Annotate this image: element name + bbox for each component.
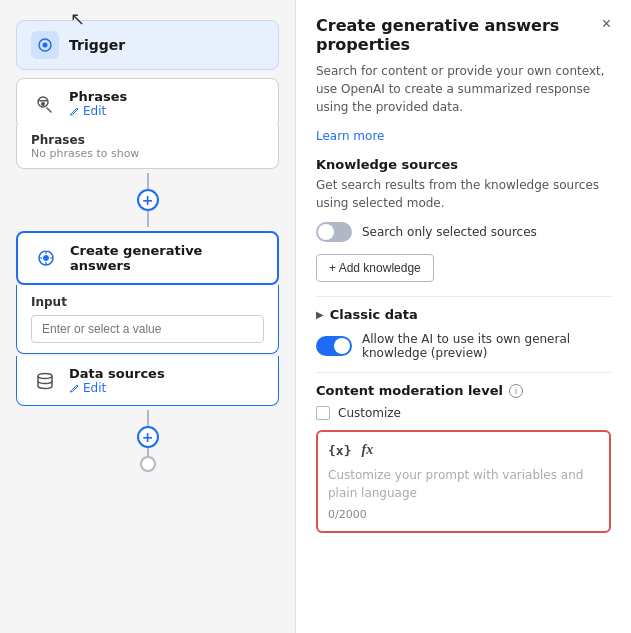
data-sources-edit-icon (69, 383, 80, 394)
prompt-placeholder-text: Customize your prompt with variables and… (328, 466, 599, 502)
left-panel: ↖ Trigger Phrases Edit (0, 0, 295, 633)
close-button[interactable]: × (602, 16, 611, 32)
data-sources-title: Data sources (69, 366, 165, 381)
trigger-node: Trigger (16, 20, 279, 70)
search-toggle-row: Search only selected sources (316, 222, 611, 242)
add-node-button-top[interactable]: + (137, 189, 159, 211)
phrases-info-title: Phrases (31, 133, 264, 147)
bottom-connector: + (16, 406, 279, 476)
divider-2 (316, 372, 611, 373)
data-sources-icon (31, 367, 59, 395)
variable-insert-button[interactable]: {x} (328, 443, 351, 458)
input-section: Input (16, 285, 279, 354)
phrases-node-title: Phrases (69, 89, 127, 104)
phrases-icon (31, 90, 59, 118)
moderation-header: Content moderation level i (316, 383, 611, 398)
gen-answers-node[interactable]: Create generative answers (16, 231, 279, 285)
data-sources-node: Data sources Edit (16, 356, 279, 406)
edit-icon (69, 106, 80, 117)
trigger-icon (31, 31, 59, 59)
gen-answers-icon (32, 244, 60, 272)
formula-insert-button[interactable]: fx (361, 442, 373, 458)
svg-point-3 (41, 102, 45, 106)
bottom-connector-line (147, 410, 149, 426)
ai-knowledge-label: Allow the AI to use its own general know… (362, 332, 611, 360)
formula-icon: fx (361, 442, 373, 458)
phrases-edit-link[interactable]: Edit (69, 104, 127, 118)
knowledge-sources-title: Knowledge sources (316, 157, 611, 172)
panel-title: Create generative answers properties (316, 16, 602, 54)
bottom-line-short (147, 448, 149, 456)
svg-point-1 (43, 43, 48, 48)
classic-data-title: Classic data (330, 307, 418, 322)
customize-checkbox-row: Customize (316, 406, 611, 420)
ai-toggle-knob (334, 338, 350, 354)
customize-checkbox-label: Customize (338, 406, 401, 420)
end-circle (140, 456, 156, 472)
classic-data-chevron: ▶ (316, 309, 324, 320)
toggle-knob (318, 224, 334, 240)
input-field[interactable] (31, 315, 264, 343)
trigger-label: Trigger (69, 37, 125, 53)
learn-more-link[interactable]: Learn more (316, 129, 384, 143)
moderation-title: Content moderation level (316, 383, 503, 398)
phrases-node: Phrases Edit (16, 78, 279, 129)
search-toggle[interactable] (316, 222, 352, 242)
panel-header: Create generative answers properties × (316, 16, 611, 54)
data-sources-edit-link[interactable]: Edit (69, 381, 165, 395)
phrases-info: Phrases No phrases to show (16, 125, 279, 169)
classic-data-header[interactable]: ▶ Classic data (316, 307, 611, 322)
prompt-toolbar: {x} fx (328, 442, 599, 458)
panel-description: Search for content or provide your own c… (316, 62, 611, 116)
prompt-box[interactable]: {x} fx Customize your prompt with variab… (316, 430, 611, 533)
svg-point-5 (38, 373, 52, 378)
phrases-info-sub: No phrases to show (31, 147, 264, 160)
connector-line-mid (147, 211, 149, 227)
ai-knowledge-toggle[interactable] (316, 336, 352, 356)
gen-answers-label: Create generative answers (70, 243, 263, 273)
info-icon: i (509, 384, 523, 398)
ai-knowledge-toggle-row: Allow the AI to use its own general know… (316, 332, 611, 360)
input-label: Input (31, 295, 264, 309)
divider-1 (316, 296, 611, 297)
customize-checkbox[interactable] (316, 406, 330, 420)
add-knowledge-button[interactable]: + Add knowledge (316, 254, 434, 282)
prompt-char-count: 0/2000 (328, 508, 599, 521)
variable-icon: {x} (328, 443, 351, 458)
right-panel: Create generative answers properties × S… (295, 0, 631, 633)
knowledge-sources-desc: Get search results from the knowledge so… (316, 176, 611, 212)
add-node-button-bottom[interactable]: + (137, 426, 159, 448)
search-toggle-label: Search only selected sources (362, 225, 537, 239)
svg-rect-4 (39, 100, 47, 102)
connector-line-top (147, 173, 149, 189)
connector-top: + (16, 169, 279, 231)
